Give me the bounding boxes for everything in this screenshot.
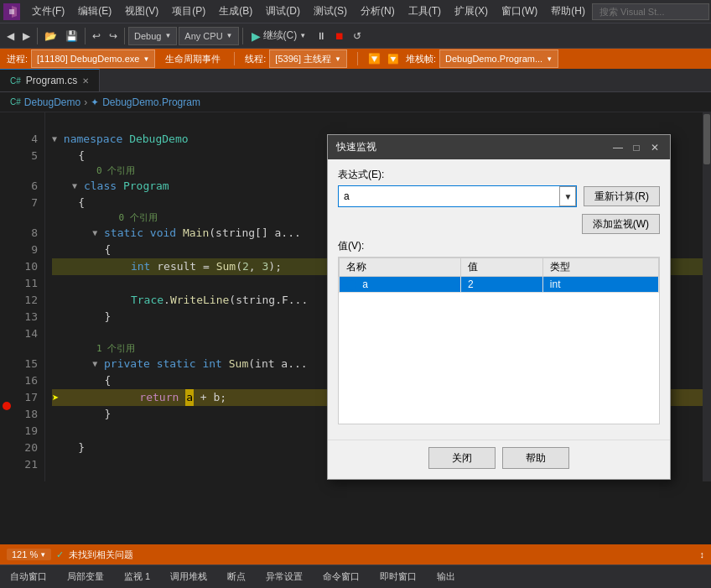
col-value: 值 — [461, 258, 543, 277]
watch-row-value: 2 — [461, 277, 543, 293]
expression-label: 表达式(E): — [338, 168, 660, 182]
col-type: 类型 — [542, 258, 658, 277]
watch-table: 名称 值 类型 a 2 int — [339, 258, 659, 293]
watch-icon — [346, 280, 356, 290]
recalc-button[interactable]: 重新计算(R) — [584, 186, 660, 206]
dialog-footer: 关闭 帮助 — [328, 440, 670, 479]
watch-row-a[interactable]: a 2 int — [340, 277, 659, 293]
quick-watch-dialog: 快速监视 — □ ✕ 表达式(E): ▼ 重新计算(R) 添加监视(W) 值(V… — [327, 134, 671, 480]
expression-dropdown-button[interactable]: ▼ — [559, 186, 576, 206]
close-button[interactable]: 关闭 — [428, 447, 496, 469]
watch-row-name: a — [340, 277, 461, 293]
dialog-minimize-button[interactable]: — — [611, 141, 625, 154]
watch-row-type: int — [542, 277, 658, 293]
col-name: 名称 — [340, 258, 461, 277]
dialog-maximize-button[interactable]: □ — [630, 141, 643, 154]
add-watch-button[interactable]: 添加监视(W) — [582, 214, 660, 234]
dialog-title: 快速监视 — [336, 140, 376, 154]
watch-table-container: 名称 值 类型 a 2 int — [338, 257, 660, 424]
value-label: 值(V): — [338, 239, 660, 253]
expression-input[interactable] — [339, 186, 559, 206]
watch-name-value: a — [362, 278, 368, 290]
dialog-close-button[interactable]: ✕ — [648, 141, 662, 154]
dialog-titlebar: 快速监视 — □ ✕ — [328, 135, 670, 159]
dialog-controls: — □ ✕ — [611, 141, 662, 154]
dialog-body: 表达式(E): ▼ 重新计算(R) 添加监视(W) 值(V): 名称 — [328, 159, 670, 440]
help-button[interactable]: 帮助 — [502, 447, 569, 469]
dialog-overlay: 快速监视 — □ ✕ 表达式(E): ▼ 重新计算(R) 添加监视(W) 值(V… — [0, 0, 711, 588]
